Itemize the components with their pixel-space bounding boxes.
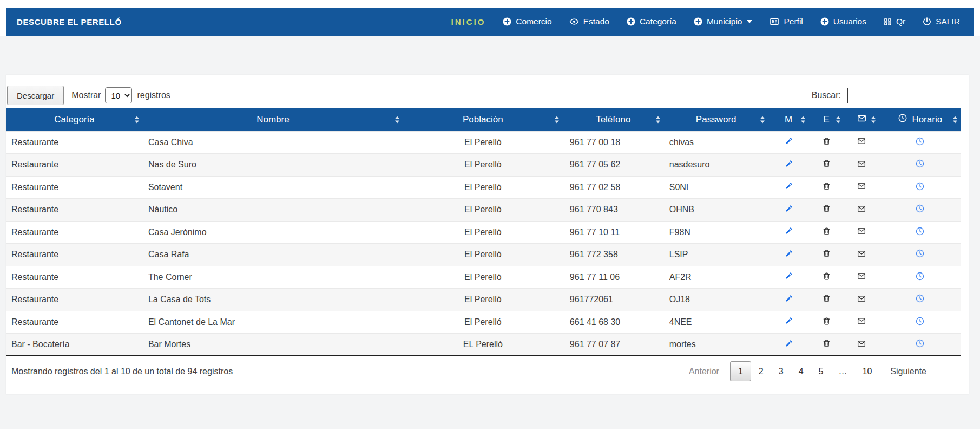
schedule-button[interactable] [915, 271, 925, 281]
pagination-previous[interactable]: Anterior [681, 362, 727, 381]
email-button[interactable] [857, 316, 866, 326]
page-size-select[interactable]: 10 [105, 87, 132, 103]
delete-button[interactable] [822, 316, 831, 326]
email-button[interactable] [857, 271, 866, 281]
table-toolbar: Descargar Mostrar 10 registros Buscar: [6, 85, 961, 106]
nav-item-inicio[interactable]: INICIO [451, 17, 485, 27]
cell-nombre: El Cantonet de La Mar [143, 311, 403, 334]
schedule-button[interactable] [915, 294, 925, 303]
column-header-nombre[interactable]: Nombre [143, 108, 403, 131]
edit-button[interactable] [784, 136, 793, 146]
qr-code-icon [883, 17, 892, 27]
trash-icon [822, 341, 831, 350]
page-number[interactable]: 1 [730, 361, 751, 381]
column-header-categoria[interactable]: Categoría [6, 108, 143, 131]
email-button[interactable] [857, 136, 866, 146]
power-icon [922, 17, 932, 27]
edit-button[interactable] [784, 294, 793, 303]
delete-button[interactable] [822, 339, 831, 348]
delete-button[interactable] [822, 136, 831, 146]
table-row: Bar - Bocatería Bar Mortes EL Perelló 96… [6, 334, 961, 356]
edit-button[interactable] [784, 271, 793, 281]
schedule-button[interactable] [915, 226, 925, 236]
edit-button[interactable] [784, 181, 793, 191]
email-button[interactable] [857, 339, 866, 348]
download-button[interactable]: Descargar [7, 86, 64, 105]
delete-button[interactable] [822, 181, 831, 191]
email-button[interactable] [857, 204, 866, 213]
edit-button[interactable] [784, 249, 793, 258]
search-input[interactable] [847, 88, 961, 103]
envelope-icon [857, 273, 866, 282]
nav-item-label: INICIO [451, 17, 485, 27]
cell-telefono: 961 77 05 62 [563, 154, 664, 177]
schedule-button[interactable] [915, 159, 925, 168]
schedule-button[interactable] [915, 136, 925, 146]
nav-item-comercio[interactable]: Comercio [502, 17, 551, 27]
pagination-next[interactable]: Siguiente [883, 362, 934, 381]
page-number[interactable]: 5 [811, 362, 831, 381]
delete-button[interactable] [822, 159, 831, 168]
cell-poblacion: El Perelló [403, 131, 563, 154]
column-header-horario[interactable]: Horario [879, 108, 961, 131]
schedule-button[interactable] [915, 181, 925, 191]
table-row: Restaurante Náutico El Perelló 961 770 8… [6, 199, 961, 222]
cell-password: OJ18 [664, 289, 768, 311]
cell-poblacion: El Perelló [403, 289, 563, 311]
trash-icon [822, 318, 831, 328]
cell-categoria: Restaurante [6, 154, 143, 177]
brand[interactable]: DESCUBRE EL PERELLÓ [17, 17, 122, 27]
email-button[interactable] [857, 226, 866, 236]
column-header-modificar[interactable]: M [768, 108, 809, 131]
schedule-button[interactable] [915, 204, 925, 213]
cell-telefono: 961 770 843 [563, 199, 664, 222]
nav-item-qr[interactable]: Qr [883, 17, 905, 27]
column-header-password[interactable]: Password [664, 108, 768, 131]
page-number[interactable]: 3 [771, 362, 791, 381]
sort-icon [656, 116, 660, 123]
nav-item-categoria[interactable]: Categoría [626, 17, 676, 27]
column-header-telefono[interactable]: Teléfono [563, 108, 664, 131]
nav-item-perfil[interactable]: Perfil [769, 17, 803, 27]
email-button[interactable] [857, 249, 866, 258]
schedule-button[interactable] [915, 249, 925, 258]
page-number[interactable]: 10 [854, 362, 879, 381]
email-button[interactable] [857, 159, 866, 168]
cell-categoria: Bar - Bocatería [6, 334, 143, 356]
cell-poblacion: El Perelló [403, 199, 563, 222]
cell-categoria: Restaurante [6, 289, 143, 311]
edit-button[interactable] [784, 159, 793, 168]
edit-button[interactable] [784, 226, 793, 236]
schedule-button[interactable] [915, 316, 925, 326]
email-button[interactable] [857, 181, 866, 191]
delete-button[interactable] [822, 294, 831, 303]
column-header-eliminar[interactable]: E [809, 108, 844, 131]
nav-item-salir[interactable]: SALIR [922, 17, 960, 27]
sort-icon [871, 116, 876, 123]
cell-categoria: Restaurante [6, 244, 143, 266]
delete-button[interactable] [822, 249, 831, 258]
delete-button[interactable] [822, 271, 831, 281]
pencil-icon [784, 138, 793, 147]
nav-item-usuarios[interactable]: Usuarios [820, 17, 866, 27]
trash-icon [822, 229, 831, 238]
edit-button[interactable] [784, 204, 793, 213]
delete-button[interactable] [822, 204, 831, 213]
edit-button[interactable] [784, 339, 793, 348]
schedule-button[interactable] [915, 339, 925, 348]
trash-icon [822, 251, 831, 260]
chevron-down-icon [747, 20, 752, 23]
table-row: Restaurante El Cantonet de La Mar El Per… [6, 311, 961, 334]
page-number[interactable]: 2 [751, 362, 771, 381]
column-header-email[interactable] [844, 108, 879, 131]
nav-item-estado[interactable]: Estado [569, 17, 609, 27]
email-button[interactable] [857, 294, 866, 303]
clock-icon [915, 251, 925, 260]
envelope-icon [857, 114, 867, 126]
nav-item-municipio[interactable]: Municipio [693, 17, 752, 27]
edit-button[interactable] [784, 316, 793, 326]
column-header-poblacion[interactable]: Población [403, 108, 563, 131]
page-number[interactable]: 4 [791, 362, 811, 381]
page-number[interactable]: … [831, 362, 854, 381]
delete-button[interactable] [822, 226, 831, 236]
